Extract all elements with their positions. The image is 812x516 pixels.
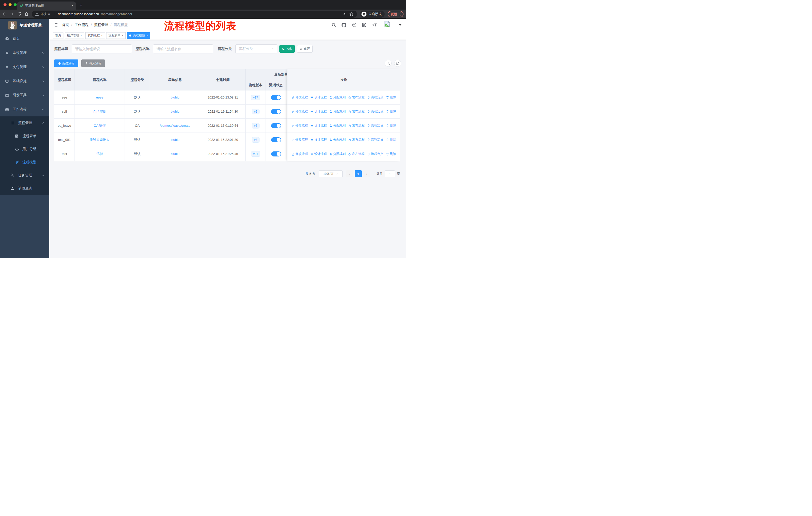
design-process-link[interactable]: 设计流程: [310, 109, 327, 114]
sidebar-item-infrastructure[interactable]: 基础设施: [0, 74, 49, 88]
delete-link[interactable]: 删除: [386, 124, 396, 128]
form-link[interactable]: /bpm/oa/leave/create: [160, 124, 190, 128]
status-toggle[interactable]: [271, 123, 281, 128]
design-process-link[interactable]: 设计流程: [310, 124, 327, 128]
prev-page-button[interactable]: ‹: [346, 170, 353, 178]
current-page[interactable]: 1: [355, 170, 362, 178]
delete-link[interactable]: 删除: [386, 95, 396, 100]
window-controls[interactable]: [3, 3, 17, 6]
breadcrumb-workflow[interactable]: 工作流程: [75, 23, 89, 27]
reset-button[interactable]: 重置: [297, 45, 313, 53]
tag-close-icon[interactable]: ×: [146, 34, 148, 37]
show-search-button[interactable]: [385, 60, 392, 67]
sidebar-item-process-form[interactable]: 流程表单: [0, 130, 49, 143]
forward-button[interactable]: [10, 12, 14, 16]
github-icon[interactable]: [342, 23, 346, 27]
help-icon[interactable]: [352, 23, 356, 27]
model-name-link[interactable]: 测试多审批人: [90, 138, 110, 142]
form-link[interactable]: biubiu: [171, 110, 179, 113]
edit-process-link[interactable]: 修改流程: [291, 138, 308, 142]
sidebar-item-devtools[interactable]: 研发工具: [0, 88, 49, 102]
form-link[interactable]: biubiu: [171, 96, 179, 99]
tag-close-icon[interactable]: ×: [122, 34, 123, 37]
model-name-link[interactable]: 自己审批: [93, 109, 106, 114]
delete-link[interactable]: 删除: [386, 138, 396, 142]
process-definition-link[interactable]: 流程定义: [367, 138, 384, 142]
tag-process-model[interactable]: 流程模型 ×: [127, 32, 150, 39]
sidebar-item-task-management[interactable]: 任务管理: [0, 169, 49, 182]
status-toggle[interactable]: [271, 95, 281, 100]
model-name-link[interactable]: eeee: [96, 96, 104, 99]
tab-close-icon[interactable]: ×: [71, 3, 74, 7]
process-definition-link[interactable]: 流程定义: [367, 109, 384, 114]
minimize-window-button[interactable]: [8, 3, 11, 6]
status-toggle[interactable]: [271, 152, 281, 157]
delete-link[interactable]: 删除: [386, 109, 396, 114]
tag-home[interactable]: 首页: [53, 32, 63, 39]
assign-rule-link[interactable]: 分配规则: [329, 138, 346, 142]
form-link[interactable]: biubiu: [171, 152, 179, 156]
close-window-button[interactable]: [3, 3, 6, 6]
tag-tenant-management[interactable]: 租户管理 ×: [65, 32, 84, 39]
status-toggle[interactable]: [271, 137, 281, 142]
bookmark-star-icon[interactable]: [349, 12, 353, 16]
publish-process-link[interactable]: 发布流程: [348, 95, 365, 100]
publish-process-link[interactable]: 发布流程: [348, 124, 365, 128]
publish-process-link[interactable]: 发布流程: [348, 138, 365, 142]
sidebar-item-home[interactable]: 首页: [0, 32, 49, 46]
model-name-link[interactable]: OA 请假: [94, 124, 106, 128]
publish-process-link[interactable]: 发布流程: [348, 152, 365, 156]
next-page-button[interactable]: ›: [363, 170, 370, 178]
process-definition-link[interactable]: 流程定义: [367, 152, 384, 156]
process-definition-link[interactable]: 流程定义: [367, 124, 384, 128]
assign-rule-link[interactable]: 分配规则: [329, 109, 346, 114]
tag-process-form[interactable]: 流程表单 ×: [106, 32, 125, 39]
reload-button[interactable]: [17, 12, 21, 16]
status-toggle[interactable]: [271, 109, 281, 114]
delete-link[interactable]: 删除: [386, 152, 396, 156]
refresh-table-button[interactable]: [394, 60, 401, 67]
address-bar[interactable]: 不安全 dashboard.yudao.iocoder.cn/bpm/manag…: [32, 10, 357, 18]
sidebar-item-leave-query[interactable]: 请假查询: [0, 182, 49, 195]
search-button[interactable]: 搜索: [280, 45, 295, 53]
assign-rule-link[interactable]: 分配规则: [329, 152, 346, 156]
sidebar-item-user-group[interactable]: 用户分组: [0, 143, 49, 156]
sidebar-item-system[interactable]: 系统管理: [0, 46, 49, 60]
publish-process-link[interactable]: 发布流程: [348, 109, 365, 114]
tag-close-icon[interactable]: ×: [80, 34, 82, 37]
design-process-link[interactable]: 设计流程: [310, 138, 327, 142]
design-process-link[interactable]: 设计流程: [310, 95, 327, 100]
breadcrumb-process-management[interactable]: 流程管理: [94, 23, 108, 27]
sidebar-item-payment[interactable]: ¥ 支付管理: [0, 60, 49, 74]
avatar-caret-icon[interactable]: [399, 24, 402, 26]
edit-process-link[interactable]: 修改流程: [291, 124, 308, 128]
form-link[interactable]: biubiu: [171, 138, 179, 142]
design-process-link[interactable]: 设计流程: [310, 152, 327, 156]
home-button[interactable]: [24, 12, 29, 16]
category-select[interactable]: 流程分类: [235, 44, 278, 53]
header-search-icon[interactable]: [331, 23, 336, 27]
tag-my-process[interactable]: 我的流程 ×: [85, 32, 105, 39]
assign-rule-link[interactable]: 分配规则: [329, 95, 346, 100]
sidebar-item-process-model[interactable]: 流程模型: [0, 156, 49, 169]
tag-close-icon[interactable]: ×: [101, 34, 103, 37]
model-name-input[interactable]: [153, 44, 213, 53]
sidebar-item-process-management[interactable]: 流程管理: [0, 116, 49, 130]
fullscreen-icon[interactable]: [362, 23, 367, 27]
sidebar-item-workflow[interactable]: 工作流程: [0, 102, 49, 116]
sidebar-collapse-icon[interactable]: [53, 22, 58, 27]
font-size-icon[interactable]: [372, 23, 378, 27]
browser-menu-icon[interactable]: [400, 12, 401, 16]
breadcrumb-home[interactable]: 首页: [62, 23, 69, 27]
new-tab-button[interactable]: +: [80, 2, 83, 8]
model-key-input[interactable]: [72, 44, 132, 53]
edit-process-link[interactable]: 修改流程: [291, 152, 308, 156]
browser-tab[interactable]: 芋道管理系统 ×: [17, 1, 76, 9]
import-process-button[interactable]: 导入流程: [81, 59, 105, 67]
back-button[interactable]: [2, 12, 7, 16]
edit-process-link[interactable]: 修改流程: [291, 95, 308, 100]
model-name-link[interactable]: 滔博: [96, 152, 103, 156]
user-avatar[interactable]: [383, 20, 393, 30]
create-process-button[interactable]: 新建流程: [54, 59, 78, 67]
maximize-window-button[interactable]: [13, 3, 17, 6]
